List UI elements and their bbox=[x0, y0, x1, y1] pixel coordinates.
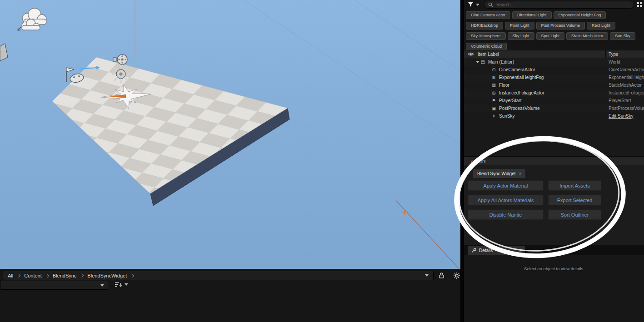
foliage-icon: ◎ bbox=[490, 90, 497, 95]
close-icon[interactable]: × bbox=[519, 171, 522, 176]
outliner-status-bar: 7 actors bbox=[464, 156, 644, 165]
apply-all-actors-materials-button[interactable]: Apply All Actors Materials bbox=[468, 195, 544, 205]
chip-point-light[interactable]: Point Light bbox=[505, 22, 534, 30]
tab-blend-sync-widget[interactable]: Blend Sync Widget × bbox=[473, 169, 525, 178]
apply-actor-material-button[interactable]: Apply Actor Material bbox=[468, 180, 544, 191]
chip-exponential-height-fog[interactable]: Exponential Height Fog bbox=[554, 11, 606, 19]
column-type[interactable]: Type bbox=[609, 52, 619, 57]
outliner-settings-icon[interactable] bbox=[637, 2, 642, 7]
visibility-eye-icon[interactable] bbox=[468, 52, 474, 56]
breadcrumb[interactable]: All Content BlendSync BlendSyncWidget bbox=[3, 271, 434, 280]
gear-icon[interactable] bbox=[453, 272, 460, 279]
cine-camera-icon: ⊙ bbox=[490, 67, 497, 72]
details-empty-text: Select an object to view details. bbox=[464, 266, 644, 271]
mesh-fragment[interactable] bbox=[0, 44, 8, 61]
row-type: World bbox=[609, 59, 644, 64]
chip-spot-light[interactable]: Spot Light bbox=[536, 32, 565, 40]
dropdown-caret-icon bbox=[100, 284, 104, 287]
chip-sky-atmosphere[interactable]: Sky Atmosphere bbox=[466, 32, 506, 40]
breadcrumb-item-blendsync[interactable]: BlendSync bbox=[53, 273, 77, 278]
disable-nanite-button[interactable]: Disable Nanite bbox=[468, 209, 544, 220]
tab-details[interactable]: Details × bbox=[468, 246, 525, 255]
row-cinecameraactor[interactable]: ⊙ CineCameraActor CineCameraActor bbox=[464, 66, 644, 74]
row-exponentialheightfog[interactable]: ≋ ExponentialHeightFog ExponentialHeight… bbox=[464, 74, 644, 81]
row-floor[interactable]: ▦ Floor StaticMeshActor bbox=[464, 81, 644, 89]
row-instancedfoliageactor[interactable]: ◎ InstancedFoliageActor InstancedFoliage… bbox=[464, 89, 644, 97]
breadcrumb-caret-icon[interactable] bbox=[425, 274, 429, 277]
row-type: PostProcessVolume bbox=[609, 106, 644, 111]
chevron-right-icon bbox=[17, 273, 20, 277]
content-browser-filter-dropdown[interactable] bbox=[0, 281, 108, 290]
breadcrumb-item-content[interactable]: Content bbox=[24, 273, 42, 278]
column-divider[interactable] bbox=[605, 50, 606, 58]
row-label: PostProcessVolume bbox=[499, 106, 540, 111]
unreal-editor-window: All Content BlendSync BlendSyncWidget bbox=[0, 0, 644, 322]
world-outliner-panel: Cine Camera Actor Directional Light Expo… bbox=[464, 0, 644, 322]
chevron-right-icon bbox=[45, 273, 49, 277]
search-icon bbox=[488, 2, 493, 7]
pivot-crosshair-icon bbox=[401, 209, 408, 215]
fog-icon: ≋ bbox=[490, 75, 497, 80]
chip-cine-camera-actor[interactable]: Cine Camera Actor bbox=[466, 11, 510, 19]
floor-mesh[interactable] bbox=[52, 57, 290, 206]
chip-sun-sky[interactable]: Sun Sky bbox=[610, 32, 635, 40]
filter-caret-icon[interactable] bbox=[476, 4, 479, 6]
fog-gear-sprite[interactable] bbox=[112, 65, 130, 83]
blend-sync-widget-panel: Blend Sync Widget × Apply Actor Material… bbox=[464, 165, 644, 245]
expander-icon[interactable] bbox=[476, 61, 479, 63]
row-type: ExponentialHeightFog bbox=[609, 75, 644, 80]
post-process-icon: ▣ bbox=[490, 106, 497, 111]
tab-label: Blend Sync Widget bbox=[477, 171, 516, 176]
details-panel-body: Select an object to view details. bbox=[464, 255, 644, 322]
chip-directional-light[interactable]: Directional Light bbox=[512, 11, 552, 19]
sort-caret-icon[interactable] bbox=[125, 283, 128, 286]
tab-label: Details bbox=[479, 248, 493, 253]
level-viewport[interactable] bbox=[0, 0, 460, 269]
chevron-right-icon bbox=[80, 273, 84, 277]
breadcrumb-item-blendsyncwidget[interactable]: BlendSyncWidget bbox=[87, 273, 127, 278]
widget-button-grid: Apply Actor Material Import Assets Apply… bbox=[468, 180, 601, 220]
details-tab-strip: Details × bbox=[464, 245, 644, 255]
sort-outliner-button[interactable]: Sort Outliner bbox=[548, 209, 601, 220]
import-assets-button[interactable]: Import Assets bbox=[548, 180, 601, 191]
breadcrumb-item-all[interactable]: All bbox=[8, 273, 13, 278]
player-start-icon: ⚑ bbox=[490, 98, 497, 103]
actor-count: 7 actors bbox=[470, 159, 486, 163]
close-icon[interactable]: × bbox=[519, 248, 521, 253]
volumetric-cloud-sprite[interactable] bbox=[18, 8, 46, 30]
lock-icon[interactable] bbox=[439, 272, 444, 279]
outliner-search[interactable] bbox=[484, 1, 634, 9]
row-label: InstancedFoliageActor bbox=[499, 90, 544, 95]
column-item-label[interactable]: Item Label bbox=[478, 52, 499, 57]
chip-rect-light[interactable]: Rect Light bbox=[587, 22, 615, 30]
filter-funnel-icon[interactable] bbox=[468, 2, 474, 7]
chip-volumetric-cloud[interactable]: Volumetric Cloud bbox=[466, 43, 507, 50]
content-browser-bar: All Content BlendSync BlendSyncWidget bbox=[0, 269, 460, 322]
sort-filter-icon[interactable] bbox=[115, 282, 122, 287]
outliner-tree: ▤ Main (Editor) World ⊙ CineCameraActor … bbox=[464, 58, 644, 120]
export-selected-button[interactable]: Export Selected bbox=[548, 195, 601, 205]
viewport-scene bbox=[0, 0, 460, 269]
row-label: SunSky bbox=[499, 114, 514, 119]
filter-chips: Cine Camera Actor Directional Light Expo… bbox=[466, 11, 644, 53]
row-type: PlayerStart bbox=[609, 98, 644, 103]
chip-sky-light[interactable]: Sky Light bbox=[508, 32, 534, 40]
row-postprocessvolume[interactable]: ▣ PostProcessVolume PostProcessVolume bbox=[464, 104, 644, 112]
search-input[interactable] bbox=[495, 2, 630, 8]
outliner-empty-area bbox=[464, 120, 644, 156]
world-icon: ▤ bbox=[479, 59, 486, 64]
row-main-editor[interactable]: ▤ Main (Editor) World bbox=[464, 58, 644, 66]
row-label: ExponentialHeightFog bbox=[499, 75, 544, 80]
row-label: CineCameraActor bbox=[499, 67, 535, 72]
row-playerstart[interactable]: ⚑ PlayerStart PlayerStart bbox=[464, 97, 644, 104]
cloud-arrow-icon bbox=[18, 27, 21, 30]
edit-sunsky-link[interactable]: Edit SunSky bbox=[609, 114, 644, 119]
chip-static-mesh-actor[interactable]: Static Mesh Actor bbox=[566, 32, 608, 40]
chevron-right-icon bbox=[130, 273, 134, 277]
wrench-icon bbox=[471, 248, 476, 253]
row-sunsky[interactable]: ☀ SunSky Edit SunSky bbox=[464, 112, 644, 120]
row-type: StaticMeshActor bbox=[609, 83, 644, 88]
chip-hdri-backdrop[interactable]: HDRIBackdrop bbox=[466, 22, 503, 30]
row-type: CineCameraActor bbox=[609, 67, 644, 72]
chip-post-process-volume[interactable]: Post Process Volume bbox=[536, 22, 585, 30]
